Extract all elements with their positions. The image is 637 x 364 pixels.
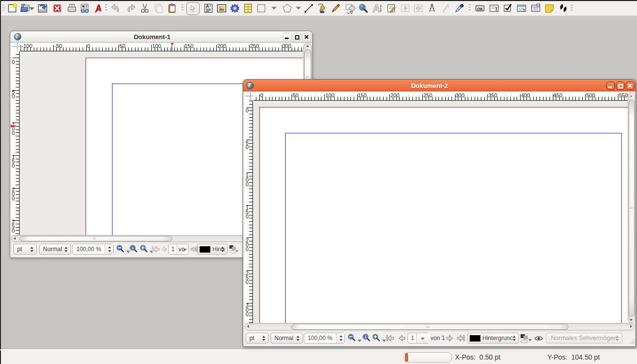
svg-text:OK: OK [477, 7, 483, 11]
svg-text:1: 1 [364, 335, 367, 339]
svg-text:1: 1 [132, 246, 134, 250]
